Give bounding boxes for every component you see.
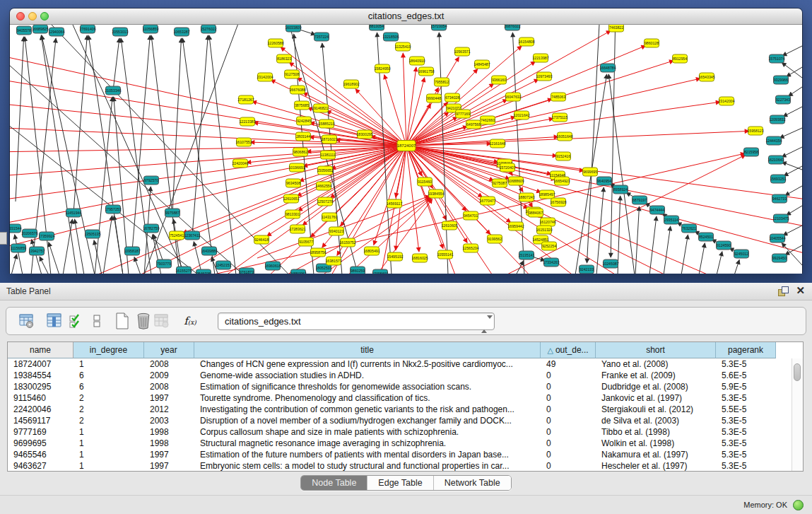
graph-node-label: 6497568 [466,122,481,127]
graph-node-label: 16689825 [32,27,48,31]
cell-in_degree: 1 [73,460,144,472]
function-builder-icon-button[interactable]: f(x) [181,312,199,330]
graph-node-label: 9115460 [418,180,432,184]
tab-network-table[interactable]: Network Table [433,476,511,490]
graph-hub-label: 18724007 [397,144,416,148]
cell-name: 14569117 [8,415,73,426]
graph-edge [406,67,416,146]
table-row[interactable]: 946554611997Estimation of the future num… [8,449,803,460]
cell-short: Nakamura et al. (1997) [596,449,716,460]
table-row[interactable]: 977716911998Corpus callosum shape and si… [8,426,803,438]
graph-node-label: 9242133 [579,267,594,271]
graph-node-label: 9761873 [240,270,254,274]
column-settings-icon-button[interactable] [18,312,36,330]
cell-pagerank: 5.3E-5 [716,460,776,472]
graph-node-label: 12610651 [283,197,299,201]
graph-node-label: 9860259 [351,269,365,273]
cell-pagerank: 5.3E-5 [716,392,776,404]
graph-edge [635,206,640,274]
cell-year: 1997 [144,449,194,460]
graph-node-label: 7462660 [481,118,495,122]
graph-node-label: 12367411 [184,233,201,238]
graph-node-label: 6734028 [445,95,459,100]
graph-node-label: 18716021 [321,137,337,141]
graph-node-label: 16151320 [536,228,552,232]
column-header-in_degree[interactable]: in_degree [73,342,144,358]
network-canvas[interactable]: 9405578166898251294006427691406205530131… [10,25,802,274]
graph-node-label: 14845487 [473,62,490,66]
graph-node-label: 16770477 [479,199,495,203]
graph-node-label: 12940064 [48,30,64,34]
graph-node-label: 10958187 [124,249,140,253]
graph-node-label: 15723054 [430,25,447,28]
cell-title: Estimation of the future numbers of pati… [194,449,541,460]
graph-node-label: 15751074 [768,57,784,61]
row-selection-icon-button[interactable] [67,312,86,330]
float-panel-icon[interactable] [778,286,788,296]
table-row[interactable]: 969969511998Structural magnetic resonanc… [8,438,803,449]
table-row[interactable]: 1872400712008Changes of HCN gene express… [8,358,803,370]
delete-table-icon-button[interactable] [134,312,153,330]
graph-node-label: 14569117 [387,201,403,206]
scrollbar-thumb[interactable] [794,363,801,381]
graph-edge [785,186,802,196]
column-header-short[interactable]: short [596,342,716,358]
graph-edge [596,187,604,274]
table-selector-dropdown[interactable]: citations_edges.txt [218,313,495,330]
graph-node-label: 12213383 [239,119,255,124]
cell-pagerank: 5.3E-5 [716,426,776,438]
cell-title: Embryonic stem cells: a model to study s… [194,460,541,472]
close-icon[interactable]: ✕ [796,284,805,297]
graph-edge [103,216,112,274]
graph-node-label: 16439886 [201,249,217,253]
graph-edge [16,37,24,201]
graph-edge [664,226,671,274]
graph-node-label: 10555141 [437,252,453,257]
panel-collapse-handle[interactable] [0,232,7,245]
column-header-pagerank[interactable]: pagerank [716,342,776,358]
tab-node-table[interactable]: Node Table [301,476,367,490]
close-traffic-light[interactable] [16,12,25,21]
graph-node-label: 16648784 [599,66,616,70]
cell-year: 1997 [144,392,194,404]
graph-node-label: 16155275 [175,269,192,273]
table-row[interactable]: 1456911722003Disruption of a novel membe… [8,415,803,426]
graph-node-label: 9634508 [286,181,300,185]
new-table-icon-button[interactable] [113,312,131,330]
graph-node-label: 17957253 [105,207,121,211]
column-header-out_degree[interactable]: △out_de... [541,342,596,358]
table-row[interactable]: 1938455462009Genome-wide association stu… [8,370,803,381]
column-header-name[interactable]: name [8,342,73,358]
tab-edge-table[interactable]: Edge Table [367,476,433,490]
graph-node-label: 11056859 [143,27,159,31]
minimize-traffic-light[interactable] [28,12,37,21]
vertical-scrollbar[interactable] [792,358,803,471]
select-columns-icon-button[interactable] [45,312,64,330]
table-row[interactable]: 1830029562008Estimation of significance … [8,381,803,392]
graph-edge [40,257,49,274]
cell-pagerank: 5.3E-5 [716,438,776,449]
cell-short: Franke et al. (2009) [596,370,716,381]
column-header-title[interactable]: title [194,342,541,358]
network-window-titlebar[interactable]: citations_edges.txt [10,8,802,25]
graph-node-label: 14662554 [315,184,331,188]
cell-out_degree: 0 [541,426,596,438]
zoom-traffic-light[interactable] [40,12,49,21]
column-header-year[interactable]: year [144,342,194,358]
graph-node-label: 10196691 [288,165,305,170]
graph-node-label: 9975887 [165,211,180,215]
graph-node-label: 13942757 [28,249,45,253]
table-row[interactable]: 2242004622012Investigating the contribut… [8,404,803,415]
graph-edge [779,128,802,138]
graph-node-label: 12452151 [215,263,231,267]
table-row[interactable]: 946362711997Embryonic stem cells: a mode… [8,460,803,472]
table-row[interactable]: 911546021997Tourette syndrome. Phenomeno… [8,392,803,404]
cell-name: 9699695 [8,438,73,449]
graph-node-label: 18300295 [356,132,372,136]
import-table-icon-button[interactable] [153,312,171,330]
graph-edge [15,235,23,274]
graph-edge [782,46,802,56]
graph-node-label: 2803144 [296,134,310,139]
graph-node-label: 18958756 [310,250,326,255]
clear-cells-icon-button[interactable] [88,312,106,330]
